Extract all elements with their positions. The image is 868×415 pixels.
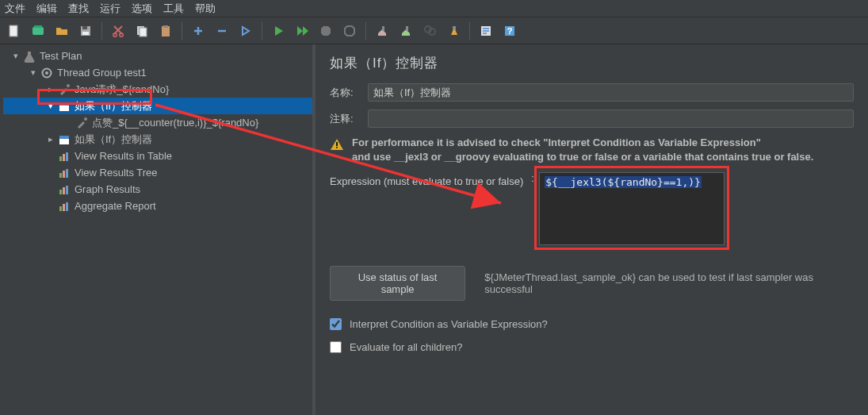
new-file-icon[interactable]	[3, 20, 25, 42]
flask-icon	[22, 49, 36, 63]
tree-like-request-label: 点赞_${__counter(true,i)}_${randNo}	[92, 116, 258, 130]
chart-icon	[57, 199, 71, 213]
stop-icon[interactable]	[315, 20, 337, 42]
use-last-sample-button[interactable]: Use status of last sample	[330, 266, 465, 301]
shutdown-icon[interactable]	[338, 20, 361, 42]
warning-block: For performance it is advised to check "…	[330, 136, 854, 164]
svg-rect-4	[82, 26, 87, 29]
open-icon[interactable]	[51, 20, 73, 42]
collapse-icon[interactable]	[211, 20, 233, 42]
children-checkbox[interactable]	[330, 341, 342, 353]
tree-root-label: Test Plan	[40, 50, 82, 62]
svg-rect-43	[63, 204, 65, 211]
svg-rect-21	[483, 30, 489, 32]
controller-icon	[57, 133, 71, 147]
svg-rect-37	[63, 171, 65, 178]
tree-pane: ▾ Test Plan ▾ Thread Group test1 ▸ Java请…	[0, 44, 315, 415]
tree-root[interactable]: ▾ Test Plan	[3, 48, 312, 64]
run-icon[interactable]	[267, 20, 289, 42]
name-field[interactable]	[368, 83, 854, 102]
chevron-right-icon[interactable]: ▸	[44, 134, 57, 144]
test-plan-tree: ▾ Test Plan ▾ Thread Group test1 ▸ Java请…	[0, 44, 312, 214]
tree-aggregate-report[interactable]: Aggregate Report	[3, 198, 312, 214]
expression-row: Expression (must evaluate to true or fal…	[330, 172, 854, 245]
svg-rect-22	[483, 33, 487, 34]
menubar: 文件 编辑 查找 运行 选项 工具 帮助	[0, 0, 868, 17]
svg-point-7	[120, 33, 123, 36]
tree-if-controller-2[interactable]: ▸ 如果（If）控制器	[3, 131, 312, 148]
children-checkbox-label: Evaluate for all children?	[350, 341, 462, 353]
main-area: ▾ Test Plan ▾ Thread Group test1 ▸ Java请…	[0, 44, 868, 415]
tree-if-controller-2-label: 如果（If）控制器	[75, 133, 152, 147]
interpret-checkbox-label: Interpret Condition as Variable Expressi…	[350, 318, 548, 330]
tree-thread-group[interactable]: ▾ Thread Group test1	[3, 64, 312, 81]
tree-like-request[interactable]: 点赞_${__counter(true,i)}_${randNo}	[3, 114, 312, 131]
interpret-checkbox-row: Interpret Condition as Variable Expressi…	[330, 318, 854, 330]
svg-marker-12	[321, 26, 331, 36]
content-pane: 如果（If）控制器 名称: 注释: For performance it is …	[315, 44, 868, 415]
svg-rect-36	[59, 173, 62, 178]
svg-point-30	[84, 117, 87, 121]
tree-graph-results[interactable]: Graph Results	[3, 181, 312, 198]
menu-tools[interactable]: 工具	[163, 2, 184, 16]
svg-rect-39	[59, 190, 62, 194]
menu-help[interactable]: 帮助	[195, 2, 216, 16]
tree-view-results-tree[interactable]: View Results Tree	[3, 164, 312, 181]
expression-wrap: ${__jexl3(${randNo}==1,)}	[539, 172, 854, 245]
tree-agg-label: Aggregate Report	[75, 200, 156, 212]
comment-field[interactable]	[368, 110, 854, 128]
svg-rect-2	[34, 25, 42, 28]
svg-point-26	[45, 71, 48, 75]
tree-vrtree-label: View Results Tree	[75, 167, 158, 179]
gear-icon	[40, 66, 54, 80]
search-icon[interactable]	[419, 20, 441, 42]
menu-edit[interactable]: 编辑	[36, 2, 57, 16]
expression-field[interactable]: ${__jexl3(${randNo}==1,)}	[539, 172, 725, 245]
templates-icon[interactable]	[27, 20, 49, 42]
expression-label: Expression (must evaluate to true or fal…	[330, 175, 531, 187]
svg-rect-9	[140, 28, 147, 37]
clear2-icon[interactable]	[395, 20, 417, 42]
svg-rect-35	[66, 152, 68, 161]
svg-rect-14	[382, 26, 384, 31]
expand-icon[interactable]	[187, 20, 209, 42]
chevron-down-icon[interactable]: ▾	[27, 67, 40, 78]
interpret-checkbox[interactable]	[330, 318, 342, 330]
function-helper-icon[interactable]	[475, 20, 497, 42]
svg-rect-44	[66, 202, 68, 211]
cut-icon[interactable]	[107, 20, 129, 42]
svg-rect-20	[483, 28, 489, 29]
svg-point-6	[113, 33, 117, 36]
svg-rect-18	[453, 26, 456, 29]
svg-rect-41	[66, 186, 68, 194]
svg-rect-29	[59, 102, 69, 106]
tree-view-results-table[interactable]: View Results in Table	[3, 148, 312, 164]
menu-search[interactable]: 查找	[68, 2, 89, 16]
chevron-down-icon[interactable]: ▾	[10, 51, 22, 61]
help-icon[interactable]: ?	[499, 20, 521, 42]
clear-search-icon[interactable]	[442, 20, 465, 42]
controller-icon	[57, 99, 71, 113]
paste-icon[interactable]	[155, 20, 177, 42]
warning-icon	[330, 137, 347, 164]
warn-line1: For performance it is advised to check "…	[352, 136, 761, 148]
expression-value: ${__jexl3(${randNo}==1,)}	[545, 176, 702, 188]
svg-rect-47	[336, 142, 338, 146]
toolbar: ?	[0, 17, 868, 44]
chevron-down-icon[interactable]: ▾	[44, 101, 57, 111]
menu-run[interactable]: 运行	[100, 2, 120, 16]
clear1-icon[interactable]	[371, 20, 393, 42]
copy-icon[interactable]	[131, 20, 153, 42]
tree-if-controller-1[interactable]: ▾ 如果（If）控制器	[3, 98, 312, 114]
tree-java-request[interactable]: ▸ Java请求_${randNo}	[3, 81, 312, 98]
save-icon[interactable]	[75, 20, 97, 42]
menu-file[interactable]: 文件	[5, 2, 25, 16]
menu-options[interactable]: 选项	[132, 2, 152, 16]
run-no-pause-icon[interactable]	[291, 20, 313, 42]
toggle-icon[interactable]	[235, 20, 257, 42]
chevron-right-icon[interactable]: ▸	[44, 84, 57, 94]
chart-icon	[57, 183, 71, 197]
svg-rect-15	[406, 26, 408, 31]
svg-rect-42	[59, 206, 62, 211]
name-label: 名称:	[330, 86, 368, 100]
